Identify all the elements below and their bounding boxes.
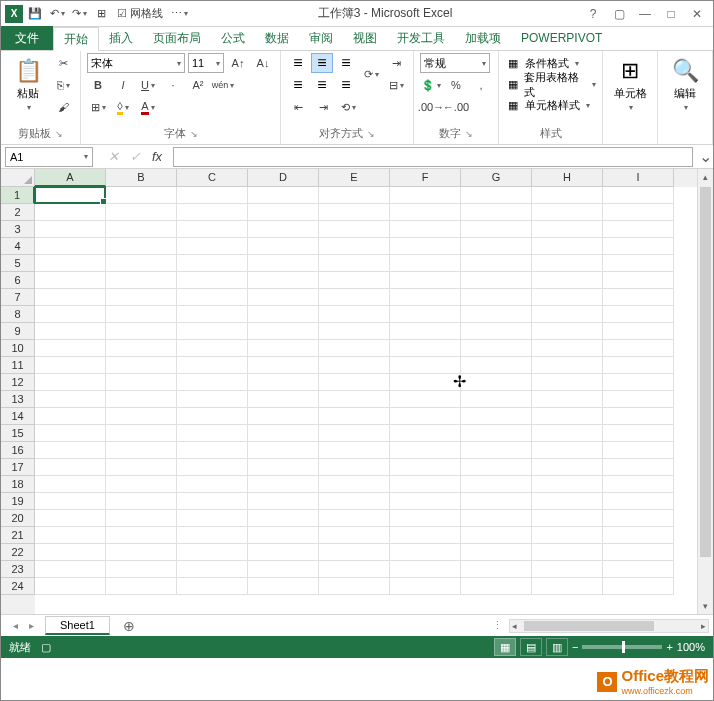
cell[interactable]: [35, 238, 106, 255]
cell[interactable]: [390, 272, 461, 289]
tab-page-layout[interactable]: 页面布局: [143, 26, 211, 50]
percent-button[interactable]: %: [445, 75, 467, 95]
normal-view-button[interactable]: ▦: [494, 638, 516, 656]
cell[interactable]: [532, 493, 603, 510]
dialog-launcher-icon[interactable]: ↘: [367, 129, 375, 139]
cell[interactable]: [177, 476, 248, 493]
cell[interactable]: [390, 187, 461, 204]
cell[interactable]: [177, 391, 248, 408]
cell[interactable]: [319, 289, 390, 306]
cell[interactable]: [390, 408, 461, 425]
cell[interactable]: [248, 323, 319, 340]
cell[interactable]: [35, 374, 106, 391]
cell[interactable]: [532, 187, 603, 204]
tab-developer[interactable]: 开发工具: [387, 26, 455, 50]
row-header[interactable]: 2: [1, 204, 35, 221]
align-middle-button[interactable]: ≡: [311, 53, 333, 73]
cell[interactable]: [603, 510, 674, 527]
cell[interactable]: [532, 374, 603, 391]
cell[interactable]: [532, 272, 603, 289]
cell[interactable]: [35, 357, 106, 374]
cell[interactable]: [532, 578, 603, 595]
cell[interactable]: [248, 221, 319, 238]
cell[interactable]: [532, 204, 603, 221]
save-button[interactable]: 💾: [25, 4, 45, 24]
expand-formula-button[interactable]: ⌄: [697, 147, 713, 167]
cell[interactable]: [106, 221, 177, 238]
cell[interactable]: [390, 306, 461, 323]
page-layout-view-button[interactable]: ▤: [520, 638, 542, 656]
row-header[interactable]: 5: [1, 255, 35, 272]
cell[interactable]: [603, 289, 674, 306]
row-header[interactable]: 4: [1, 238, 35, 255]
redo-button[interactable]: ↷▾: [69, 4, 89, 24]
cell[interactable]: [248, 578, 319, 595]
cell[interactable]: [319, 544, 390, 561]
align-bottom-button[interactable]: ≡: [335, 53, 357, 73]
cell[interactable]: [177, 272, 248, 289]
cell[interactable]: [390, 391, 461, 408]
tab-data[interactable]: 数据: [255, 26, 299, 50]
number-format-select[interactable]: 常规▾: [420, 53, 490, 73]
cell[interactable]: [319, 391, 390, 408]
cell[interactable]: [248, 187, 319, 204]
align-center-button[interactable]: ≡: [311, 75, 333, 95]
cell[interactable]: [390, 527, 461, 544]
tab-home[interactable]: 开始: [53, 27, 99, 51]
tab-powerpivot[interactable]: POWERPIVOT: [511, 26, 612, 50]
shrink-font-button[interactable]: A↓: [252, 53, 274, 73]
scroll-left-button[interactable]: ◂: [512, 621, 517, 631]
cell[interactable]: [603, 578, 674, 595]
merge-button[interactable]: ⊟▾: [385, 75, 407, 95]
cell[interactable]: [319, 340, 390, 357]
cell[interactable]: [319, 510, 390, 527]
cell[interactable]: [248, 306, 319, 323]
cell[interactable]: [461, 357, 532, 374]
cell[interactable]: [390, 425, 461, 442]
row-header[interactable]: 11: [1, 357, 35, 374]
cell[interactable]: [319, 238, 390, 255]
row-header[interactable]: 3: [1, 221, 35, 238]
cell[interactable]: [319, 442, 390, 459]
cell[interactable]: [35, 476, 106, 493]
accept-formula-button[interactable]: ✓: [125, 147, 145, 167]
file-tab[interactable]: 文件: [1, 26, 53, 50]
cell[interactable]: [532, 221, 603, 238]
cell[interactable]: [390, 289, 461, 306]
scroll-down-button[interactable]: ▾: [698, 598, 713, 614]
cell[interactable]: [319, 561, 390, 578]
cell[interactable]: [319, 187, 390, 204]
row-header[interactable]: 20: [1, 510, 35, 527]
page-break-view-button[interactable]: ▥: [546, 638, 568, 656]
cell[interactable]: [248, 561, 319, 578]
scroll-right-button[interactable]: ▸: [701, 621, 706, 631]
cell[interactable]: [248, 391, 319, 408]
cell[interactable]: [35, 289, 106, 306]
cell[interactable]: [532, 425, 603, 442]
cell[interactable]: [106, 544, 177, 561]
orientation-button[interactable]: ⟳▾: [360, 64, 382, 84]
cell[interactable]: [319, 204, 390, 221]
cell[interactable]: [35, 578, 106, 595]
cell[interactable]: [532, 323, 603, 340]
cell[interactable]: [248, 340, 319, 357]
cell[interactable]: [461, 391, 532, 408]
format-as-table-button[interactable]: ▦套用表格格式▾: [505, 74, 596, 95]
cell[interactable]: [106, 255, 177, 272]
cell[interactable]: [461, 187, 532, 204]
select-all-corner[interactable]: [1, 169, 35, 187]
orientation-alt-button[interactable]: ⟲▾: [337, 97, 359, 117]
cell[interactable]: [461, 374, 532, 391]
horizontal-scrollbar[interactable]: ◂ ▸: [509, 619, 709, 633]
comma-button[interactable]: ,: [470, 75, 492, 95]
cell[interactable]: [461, 493, 532, 510]
cell[interactable]: [390, 255, 461, 272]
align-left-button[interactable]: ≡: [287, 75, 309, 95]
ribbon-options-button[interactable]: ▢: [607, 4, 631, 24]
cell[interactable]: [35, 527, 106, 544]
row-header[interactable]: 1: [1, 187, 35, 204]
cell[interactable]: [390, 340, 461, 357]
cell[interactable]: [461, 510, 532, 527]
cell[interactable]: [177, 374, 248, 391]
cell[interactable]: [106, 187, 177, 204]
